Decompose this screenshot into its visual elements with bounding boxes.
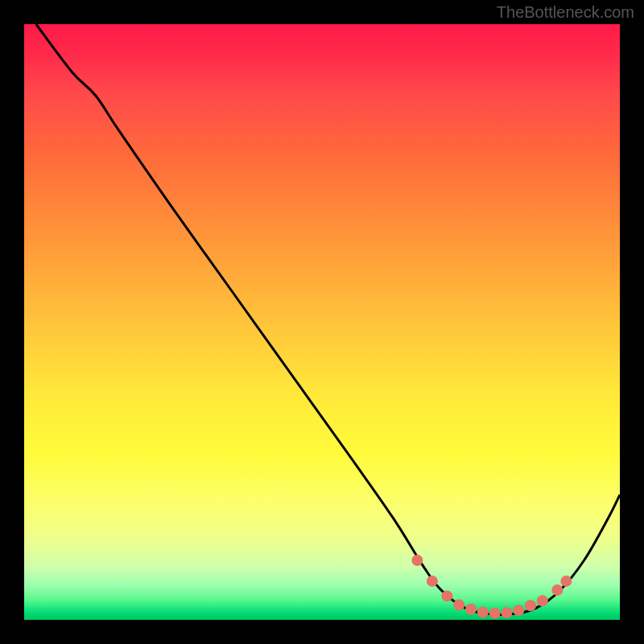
- marker-dot: [477, 606, 489, 617]
- marker-dot: [427, 576, 438, 587]
- curve-markers: [411, 555, 572, 619]
- plot-area: [24, 24, 620, 620]
- marker-dot: [465, 604, 477, 615]
- marker-dot: [411, 555, 423, 566]
- marker-dot: [501, 607, 512, 618]
- bottleneck-curve: [36, 24, 620, 615]
- attribution-label: TheBottleneck.com: [497, 3, 634, 22]
- marker-dot: [489, 608, 501, 619]
- chart-svg: [24, 24, 620, 620]
- marker-dot: [513, 605, 524, 616]
- marker-dot: [537, 595, 548, 606]
- marker-dot: [525, 600, 536, 611]
- marker-dot: [453, 600, 464, 611]
- marker-dot: [441, 590, 452, 601]
- marker-dot: [551, 584, 563, 596]
- marker-dot: [560, 576, 572, 587]
